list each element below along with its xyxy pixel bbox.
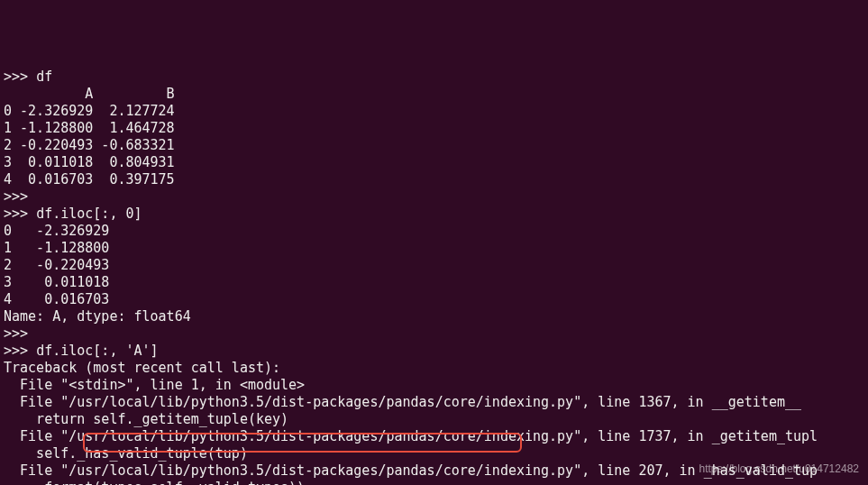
- command-iloc-int: df.iloc[:, 0]: [36, 206, 142, 222]
- df-header: A B: [4, 86, 175, 102]
- prompt: >>>: [4, 69, 28, 85]
- prompt: >>>: [4, 343, 28, 359]
- df-row: 2 -0.220493 -0.683321: [4, 137, 175, 153]
- prompt: >>>: [4, 206, 28, 222]
- series-footer: Name: A, dtype: float64: [4, 308, 191, 325]
- df-row: 1 -1.128800 1.464728: [4, 120, 175, 136]
- command-iloc-str: df.iloc[:, 'A']: [36, 343, 158, 359]
- traceback-line: self._has_valid_tuple(tup): [4, 445, 248, 462]
- traceback-header: Traceback (most recent call last):: [4, 360, 280, 376]
- df-row: 4 0.016703 0.397175: [4, 171, 175, 188]
- terminal-output: >>> df A B 0 -2.326929 2.127724 1 -1.128…: [4, 69, 868, 485]
- series-row: 2 -0.220493: [4, 257, 109, 273]
- traceback-line: File "/usr/local/lib/python3.5/dist-pack…: [4, 462, 818, 479]
- prompt: >>>: [4, 188, 28, 205]
- df-row: 0 -2.326929 2.127724: [4, 103, 175, 119]
- command-df: df: [36, 69, 52, 85]
- watermark: https://blog.csdn.net/u014712482: [699, 461, 859, 478]
- traceback-line: File "<stdin>", line 1, in <module>: [4, 377, 305, 393]
- df-row: 3 0.011018 0.804931: [4, 154, 175, 170]
- traceback-line: File "/usr/local/lib/python3.5/dist-pack…: [4, 428, 818, 444]
- series-row: 4 0.016703: [4, 291, 109, 307]
- series-row: 3 0.011018: [4, 274, 109, 290]
- traceback-line: .format(types=self._valid_types)): [4, 480, 305, 485]
- series-row: 1 -1.128800: [4, 240, 109, 256]
- prompt: >>>: [4, 325, 28, 342]
- series-row: 0 -2.326929: [4, 223, 109, 239]
- traceback-line: File "/usr/local/lib/python3.5/dist-pack…: [4, 394, 801, 410]
- traceback-line: return self._getitem_tuple(key): [4, 411, 288, 427]
